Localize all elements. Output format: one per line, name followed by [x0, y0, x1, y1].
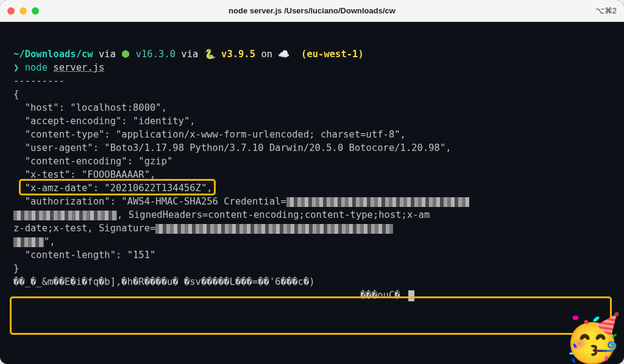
- redacted-signature-2: [13, 237, 44, 247]
- aws-region: (eu-west-1): [301, 49, 364, 60]
- json-content-type: "content-type": "application/x-www-form-…: [13, 129, 406, 140]
- python-version: v3.9.5: [221, 49, 255, 60]
- json-accept-encoding: "accept-encoding": "identity",: [13, 116, 196, 127]
- redacted-credential-2: [13, 211, 117, 220]
- gzip-binary-line-1: ��_�_&m��E�i�fq�b],�h�R����u� �sv�����L�…: [13, 276, 315, 287]
- prompt-path: ~/Downloads/cw: [13, 49, 93, 60]
- prompt-symbol: ❯: [13, 62, 19, 73]
- cursor: [408, 290, 414, 301]
- command-name: node: [25, 62, 48, 73]
- json-authorization: "authorization": "AWS4-HMAC-SHA256 Crede…: [13, 196, 469, 247]
- redacted-credential: [286, 197, 469, 207]
- node-version: v16.3.0: [136, 49, 176, 60]
- minimize-icon[interactable]: [20, 7, 27, 15]
- prompt-line-2: ❯ node server.js: [13, 62, 104, 73]
- highlight-gzip-body: [10, 296, 612, 335]
- terminal-window: node server.js /Users/luciano/Downloads/…: [0, 0, 624, 364]
- json-content-encoding: "content-encoding": "gzip": [13, 156, 172, 167]
- terminal-body[interactable]: ~/Downloads/cw via ⬢ v16.3.0 via 🐍 v3.9.…: [0, 22, 624, 354]
- maximize-icon[interactable]: [32, 7, 39, 15]
- json-close: }: [13, 263, 19, 274]
- command-arg: server.js: [53, 62, 104, 73]
- nodejs-icon: ⬢: [121, 49, 130, 60]
- close-icon[interactable]: [7, 7, 15, 15]
- json-user-agent: "user-agent": "Boto3/1.17.98 Python/3.7.…: [13, 142, 452, 153]
- cloud-icon: ☁️: [278, 49, 289, 60]
- json-x-test: "x-test": "FOOOBAAAAR",: [13, 169, 155, 180]
- json-content-length: "content-length": "151": [13, 250, 155, 261]
- keyboard-shortcut: ⌥⌘2: [595, 6, 617, 15]
- party-face-icon: 🥳: [564, 315, 622, 362]
- prompt-line-1: ~/Downloads/cw via ⬢ v16.3.0 via 🐍 v3.9.…: [13, 49, 364, 60]
- json-x-amz-date: "x-amz-date": "20210622T134456Z",: [13, 183, 213, 194]
- output-dashes: ---------: [13, 75, 65, 86]
- titlebar: node server.js /Users/luciano/Downloads/…: [0, 0, 624, 22]
- redacted-signature: [155, 224, 393, 234]
- window-title: node server.js /Users/luciano/Downloads/…: [229, 6, 395, 15]
- python-icon: 🐍: [204, 49, 216, 60]
- gzip-binary-line-2: ���ouC�: [13, 290, 414, 301]
- json-open: {: [13, 89, 19, 100]
- traffic-lights: [7, 7, 39, 15]
- json-host: "host": "localhost:8000",: [13, 102, 167, 113]
